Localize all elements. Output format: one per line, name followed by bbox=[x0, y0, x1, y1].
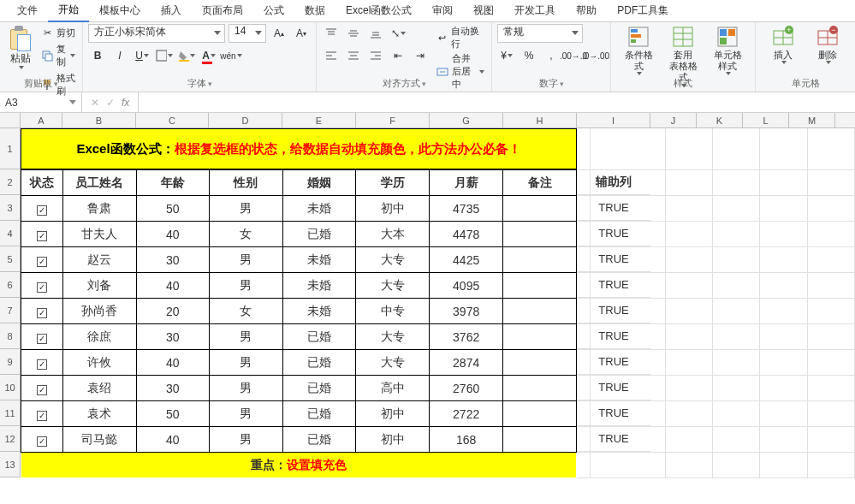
tab-5[interactable]: 公式 bbox=[253, 0, 294, 21]
col-header-C[interactable]: C bbox=[136, 113, 209, 127]
group-number-label: 数字 bbox=[539, 78, 558, 88]
align-center-icon[interactable] bbox=[344, 46, 363, 65]
tab-8[interactable]: 审阅 bbox=[422, 0, 463, 21]
col-header-G[interactable]: G bbox=[430, 113, 503, 127]
row-checkbox[interactable]: ✓ bbox=[37, 231, 47, 241]
row-header-7[interactable]: 7 bbox=[0, 298, 21, 323]
align-bottom-icon[interactable] bbox=[366, 24, 385, 43]
increase-font-icon[interactable]: A▴ bbox=[270, 24, 288, 43]
underline-icon[interactable]: U bbox=[133, 46, 151, 65]
decrease-indent-icon[interactable]: ⇤ bbox=[389, 46, 407, 65]
row-header-10[interactable]: 10 bbox=[0, 375, 21, 400]
copy-button[interactable]: 复制 bbox=[39, 42, 77, 69]
row-header-9[interactable]: 9 bbox=[0, 349, 21, 375]
col-header-M[interactable]: M bbox=[789, 113, 835, 127]
row-header-12[interactable]: 12 bbox=[0, 426, 21, 452]
col-header-K[interactable]: K bbox=[697, 113, 743, 127]
col-header-J[interactable]: J bbox=[650, 113, 697, 127]
delete-cells-button[interactable]: − 删除 bbox=[805, 24, 850, 66]
row-header-13[interactable]: 13 bbox=[0, 452, 21, 477]
insert-cells-button[interactable]: + 插入 bbox=[761, 24, 805, 66]
tab-4[interactable]: 页面布局 bbox=[192, 0, 253, 21]
row-checkbox[interactable]: ✓ bbox=[37, 359, 47, 370]
row-checkbox[interactable]: ✓ bbox=[37, 205, 47, 216]
svg-rect-5 bbox=[179, 60, 189, 62]
col-header-F[interactable]: F bbox=[356, 113, 430, 127]
formula-input[interactable] bbox=[139, 92, 855, 112]
row-checkbox[interactable]: ✓ bbox=[37, 411, 47, 421]
cell-styles-button[interactable]: 单元格样式 bbox=[705, 24, 750, 77]
fx-icon[interactable]: fx bbox=[122, 97, 129, 109]
percent-icon[interactable]: % bbox=[520, 46, 538, 65]
svg-text:+: + bbox=[787, 26, 791, 34]
tab-7[interactable]: Excel函数公式 bbox=[335, 0, 422, 21]
font-size-select[interactable]: 14 bbox=[229, 24, 266, 43]
font-family-select[interactable]: 方正小标宋简体 bbox=[88, 24, 225, 43]
col-header-I[interactable]: I bbox=[577, 113, 650, 127]
fill-color-icon[interactable] bbox=[177, 46, 196, 65]
select-all-corner[interactable] bbox=[0, 113, 21, 127]
table-row: ✓袁绍30男已婚高中2760 bbox=[21, 376, 577, 401]
row-header-3[interactable]: 3 bbox=[0, 195, 21, 221]
col-header-D[interactable]: D bbox=[209, 113, 282, 127]
align-middle-icon[interactable] bbox=[344, 24, 363, 43]
conditional-format-button[interactable]: 条件格式 bbox=[616, 24, 661, 77]
border-icon[interactable] bbox=[155, 46, 174, 65]
cancel-formula-icon[interactable]: ✕ bbox=[91, 97, 99, 109]
wrap-text-button[interactable]: ↩自动换行 bbox=[435, 24, 486, 51]
align-right-icon[interactable] bbox=[366, 46, 385, 65]
col-header-E[interactable]: E bbox=[282, 113, 356, 127]
col-header-H[interactable]: H bbox=[503, 113, 577, 127]
svg-rect-4 bbox=[157, 50, 167, 61]
tab-12[interactable]: PDF工具集 bbox=[607, 0, 679, 21]
row-header-8[interactable]: 8 bbox=[0, 323, 21, 349]
increase-decimal-icon[interactable]: .00→.0 bbox=[564, 46, 583, 65]
col-header-L[interactable]: L bbox=[743, 113, 789, 127]
number-format-select[interactable]: 常规 bbox=[497, 24, 583, 43]
phonetic-icon[interactable]: wén bbox=[222, 46, 240, 65]
cut-button[interactable]: ✂剪切 bbox=[39, 26, 77, 40]
ribbon-tabs: 文件开始模板中心插入页面布局公式数据Excel函数公式审阅视图开发工具帮助PDF… bbox=[0, 0, 855, 22]
bold-icon[interactable]: B bbox=[88, 46, 107, 65]
align-top-icon[interactable] bbox=[322, 24, 341, 43]
row-checkbox[interactable]: ✓ bbox=[37, 282, 47, 293]
tab-0[interactable]: 文件 bbox=[7, 0, 48, 21]
row-checkbox[interactable]: ✓ bbox=[37, 334, 47, 344]
tab-3[interactable]: 插入 bbox=[151, 0, 192, 21]
tab-6[interactable]: 数据 bbox=[294, 0, 335, 21]
comma-icon[interactable]: , bbox=[542, 46, 561, 65]
group-clipboard: 粘贴 ✂剪切 复制 格式刷 剪贴板▾ bbox=[0, 22, 83, 92]
currency-icon[interactable]: ¥ bbox=[497, 46, 516, 65]
increase-indent-icon[interactable]: ⇥ bbox=[411, 46, 430, 65]
row-header-6[interactable]: 6 bbox=[0, 272, 21, 298]
tab-2[interactable]: 模板中心 bbox=[89, 0, 151, 21]
row-header-5[interactable]: 5 bbox=[0, 246, 21, 272]
orientation-icon[interactable]: ⤡ bbox=[389, 24, 407, 43]
worksheet-grid: ABCDEFGHIJKLM 12345678910111213 Excel函数公… bbox=[0, 113, 855, 504]
font-color-icon[interactable]: A bbox=[199, 46, 218, 65]
conditional-format-icon bbox=[627, 26, 650, 48]
row-header-1[interactable]: 1 bbox=[0, 128, 21, 169]
col-header-A[interactable]: A bbox=[21, 113, 62, 127]
align-left-icon[interactable] bbox=[322, 46, 341, 65]
tab-9[interactable]: 视图 bbox=[463, 0, 504, 21]
row-checkbox[interactable]: ✓ bbox=[37, 385, 47, 395]
tab-11[interactable]: 帮助 bbox=[566, 0, 607, 21]
paste-button[interactable]: 粘贴 bbox=[5, 24, 36, 71]
decrease-decimal-icon[interactable]: .0→.00 bbox=[586, 46, 605, 65]
row-checkbox[interactable]: ✓ bbox=[37, 436, 47, 447]
table-header: 月薪 bbox=[430, 170, 503, 196]
row-checkbox[interactable]: ✓ bbox=[37, 308, 47, 318]
row-header-4[interactable]: 4 bbox=[0, 221, 21, 246]
row-checkbox[interactable]: ✓ bbox=[37, 257, 47, 267]
group-cells: + 插入 − 删除 单元格 bbox=[756, 22, 855, 92]
tab-1[interactable]: 开始 bbox=[48, 0, 89, 22]
tab-10[interactable]: 开发工具 bbox=[504, 0, 566, 21]
decrease-font-icon[interactable]: A▾ bbox=[292, 24, 311, 43]
col-header-B[interactable]: B bbox=[62, 113, 136, 127]
row-header-11[interactable]: 11 bbox=[0, 400, 21, 426]
confirm-formula-icon[interactable]: ✓ bbox=[106, 97, 115, 109]
delete-cells-icon: − bbox=[816, 26, 839, 48]
italic-icon[interactable]: I bbox=[110, 46, 129, 65]
row-header-2[interactable]: 2 bbox=[0, 169, 21, 195]
